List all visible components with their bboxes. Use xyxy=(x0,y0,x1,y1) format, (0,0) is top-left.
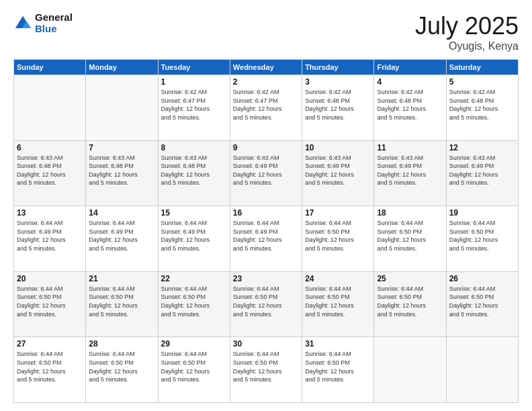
calendar-table: SundayMondayTuesdayWednesdayThursdayFrid… xyxy=(13,59,519,403)
location: Oyugis, Kenya xyxy=(415,40,519,52)
calendar-header-wednesday: Wednesday xyxy=(230,60,302,75)
calendar-cell: 19Sunrise: 6:44 AMSunset: 6:50 PMDayligh… xyxy=(446,206,518,272)
day-detail: Sunrise: 6:44 AMSunset: 6:49 PMDaylight:… xyxy=(17,219,83,253)
day-detail: Sunrise: 6:44 AMSunset: 6:50 PMDaylight:… xyxy=(305,219,371,253)
calendar-header-tuesday: Tuesday xyxy=(158,60,230,75)
day-detail: Sunrise: 6:44 AMSunset: 6:50 PMDaylight:… xyxy=(89,350,154,383)
day-detail: Sunrise: 6:43 AMSunset: 6:49 PMDaylight:… xyxy=(233,154,299,187)
calendar-cell: 8Sunrise: 6:43 AMSunset: 6:48 PMDaylight… xyxy=(158,140,230,206)
day-number: 29 xyxy=(161,339,227,349)
calendar-cell: 24Sunrise: 6:44 AMSunset: 6:50 PMDayligh… xyxy=(302,271,374,337)
title-block: July 2025 Oyugis, Kenya xyxy=(415,12,519,52)
calendar-header-saturday: Saturday xyxy=(446,60,518,75)
day-detail: Sunrise: 6:44 AMSunset: 6:50 PMDaylight:… xyxy=(161,350,227,383)
day-detail: Sunrise: 6:42 AMSunset: 6:48 PMDaylight:… xyxy=(449,88,515,122)
day-detail: Sunrise: 6:42 AMSunset: 6:48 PMDaylight:… xyxy=(377,88,443,122)
calendar-header-thursday: Thursday xyxy=(302,60,374,75)
day-detail: Sunrise: 6:44 AMSunset: 6:50 PMDaylight:… xyxy=(17,350,83,383)
calendar-cell xyxy=(86,75,158,141)
day-detail: Sunrise: 6:43 AMSunset: 6:49 PMDaylight:… xyxy=(449,154,515,187)
calendar-cell: 7Sunrise: 6:43 AMSunset: 6:48 PMDaylight… xyxy=(86,140,158,206)
day-number: 3 xyxy=(305,77,371,87)
day-detail: Sunrise: 6:44 AMSunset: 6:50 PMDaylight:… xyxy=(89,285,154,318)
day-detail: Sunrise: 6:42 AMSunset: 6:48 PMDaylight:… xyxy=(305,88,371,122)
calendar-week-2: 6Sunrise: 6:43 AMSunset: 6:48 PMDaylight… xyxy=(14,140,519,206)
day-number: 7 xyxy=(89,143,154,152)
day-detail: Sunrise: 6:42 AMSunset: 6:47 PMDaylight:… xyxy=(161,88,227,122)
calendar-week-4: 20Sunrise: 6:44 AMSunset: 6:50 PMDayligh… xyxy=(14,271,519,337)
calendar-cell: 12Sunrise: 6:43 AMSunset: 6:49 PMDayligh… xyxy=(446,140,518,206)
day-detail: Sunrise: 6:44 AMSunset: 6:50 PMDaylight:… xyxy=(17,285,83,318)
day-detail: Sunrise: 6:44 AMSunset: 6:50 PMDaylight:… xyxy=(161,285,227,318)
day-number: 21 xyxy=(89,274,154,283)
calendar-cell: 30Sunrise: 6:44 AMSunset: 6:50 PMDayligh… xyxy=(230,337,302,403)
day-detail: Sunrise: 6:44 AMSunset: 6:50 PMDaylight:… xyxy=(305,350,371,383)
calendar-cell: 13Sunrise: 6:44 AMSunset: 6:49 PMDayligh… xyxy=(14,206,86,272)
calendar-cell: 18Sunrise: 6:44 AMSunset: 6:50 PMDayligh… xyxy=(374,206,446,272)
day-number: 26 xyxy=(449,274,515,283)
day-number: 31 xyxy=(305,339,371,349)
day-number: 9 xyxy=(233,143,299,152)
day-number: 4 xyxy=(377,77,443,87)
calendar-cell: 23Sunrise: 6:44 AMSunset: 6:50 PMDayligh… xyxy=(230,271,302,337)
page: General Blue July 2025 Oyugis, Kenya Sun… xyxy=(0,0,532,411)
logo-icon xyxy=(13,14,32,33)
calendar-cell: 27Sunrise: 6:44 AMSunset: 6:50 PMDayligh… xyxy=(14,337,86,403)
calendar-header-row: SundayMondayTuesdayWednesdayThursdayFrid… xyxy=(14,60,519,75)
calendar-week-5: 27Sunrise: 6:44 AMSunset: 6:50 PMDayligh… xyxy=(14,337,519,403)
day-number: 12 xyxy=(449,143,515,152)
day-number: 22 xyxy=(161,274,227,283)
day-detail: Sunrise: 6:43 AMSunset: 6:48 PMDaylight:… xyxy=(17,154,83,187)
day-detail: Sunrise: 6:43 AMSunset: 6:48 PMDaylight:… xyxy=(161,154,227,187)
day-number: 10 xyxy=(305,143,371,152)
calendar-cell: 3Sunrise: 6:42 AMSunset: 6:48 PMDaylight… xyxy=(302,75,374,141)
calendar-header-friday: Friday xyxy=(374,60,446,75)
day-number: 19 xyxy=(449,208,515,218)
calendar-cell: 16Sunrise: 6:44 AMSunset: 6:49 PMDayligh… xyxy=(230,206,302,272)
day-number: 25 xyxy=(377,274,443,283)
day-detail: Sunrise: 6:44 AMSunset: 6:50 PMDaylight:… xyxy=(449,285,515,318)
calendar-cell: 26Sunrise: 6:44 AMSunset: 6:50 PMDayligh… xyxy=(446,271,518,337)
day-detail: Sunrise: 6:44 AMSunset: 6:50 PMDaylight:… xyxy=(377,285,443,318)
day-number: 20 xyxy=(17,274,83,283)
day-detail: Sunrise: 6:44 AMSunset: 6:50 PMDaylight:… xyxy=(377,219,443,253)
day-number: 23 xyxy=(233,274,299,283)
calendar-cell: 4Sunrise: 6:42 AMSunset: 6:48 PMDaylight… xyxy=(374,75,446,141)
day-number: 5 xyxy=(449,77,515,87)
day-number: 28 xyxy=(89,339,154,349)
calendar-cell: 11Sunrise: 6:43 AMSunset: 6:49 PMDayligh… xyxy=(374,140,446,206)
calendar-cell: 29Sunrise: 6:44 AMSunset: 6:50 PMDayligh… xyxy=(158,337,230,403)
day-detail: Sunrise: 6:44 AMSunset: 6:50 PMDaylight:… xyxy=(233,350,299,383)
day-number: 8 xyxy=(161,143,227,152)
calendar-cell: 22Sunrise: 6:44 AMSunset: 6:50 PMDayligh… xyxy=(158,271,230,337)
day-detail: Sunrise: 6:43 AMSunset: 6:49 PMDaylight:… xyxy=(377,154,443,187)
day-number: 11 xyxy=(377,143,443,152)
day-number: 30 xyxy=(233,339,299,349)
calendar-week-1: 1Sunrise: 6:42 AMSunset: 6:47 PMDaylight… xyxy=(14,75,519,141)
day-number: 17 xyxy=(305,208,371,218)
calendar-week-3: 13Sunrise: 6:44 AMSunset: 6:49 PMDayligh… xyxy=(14,206,519,272)
calendar-cell: 21Sunrise: 6:44 AMSunset: 6:50 PMDayligh… xyxy=(86,271,158,337)
day-detail: Sunrise: 6:44 AMSunset: 6:49 PMDaylight:… xyxy=(89,219,154,253)
calendar-cell: 10Sunrise: 6:43 AMSunset: 6:49 PMDayligh… xyxy=(302,140,374,206)
day-detail: Sunrise: 6:44 AMSunset: 6:49 PMDaylight:… xyxy=(233,219,299,253)
day-detail: Sunrise: 6:43 AMSunset: 6:49 PMDaylight:… xyxy=(305,154,371,187)
calendar-header-monday: Monday xyxy=(86,60,158,75)
calendar-cell: 17Sunrise: 6:44 AMSunset: 6:50 PMDayligh… xyxy=(302,206,374,272)
calendar-cell: 31Sunrise: 6:44 AMSunset: 6:50 PMDayligh… xyxy=(302,337,374,403)
calendar-cell xyxy=(14,75,86,141)
day-number: 24 xyxy=(305,274,371,283)
logo: General Blue xyxy=(13,12,73,34)
day-detail: Sunrise: 6:44 AMSunset: 6:50 PMDaylight:… xyxy=(449,219,515,253)
day-detail: Sunrise: 6:42 AMSunset: 6:47 PMDaylight:… xyxy=(233,88,299,122)
day-number: 16 xyxy=(233,208,299,218)
calendar-cell: 20Sunrise: 6:44 AMSunset: 6:50 PMDayligh… xyxy=(14,271,86,337)
day-number: 18 xyxy=(377,208,443,218)
day-number: 6 xyxy=(17,143,83,152)
calendar-cell: 28Sunrise: 6:44 AMSunset: 6:50 PMDayligh… xyxy=(86,337,158,403)
calendar-cell: 14Sunrise: 6:44 AMSunset: 6:49 PMDayligh… xyxy=(86,206,158,272)
calendar-cell: 1Sunrise: 6:42 AMSunset: 6:47 PMDaylight… xyxy=(158,75,230,141)
day-detail: Sunrise: 6:44 AMSunset: 6:49 PMDaylight:… xyxy=(161,219,227,253)
logo-line2: Blue xyxy=(35,24,73,35)
calendar-cell xyxy=(446,337,518,403)
